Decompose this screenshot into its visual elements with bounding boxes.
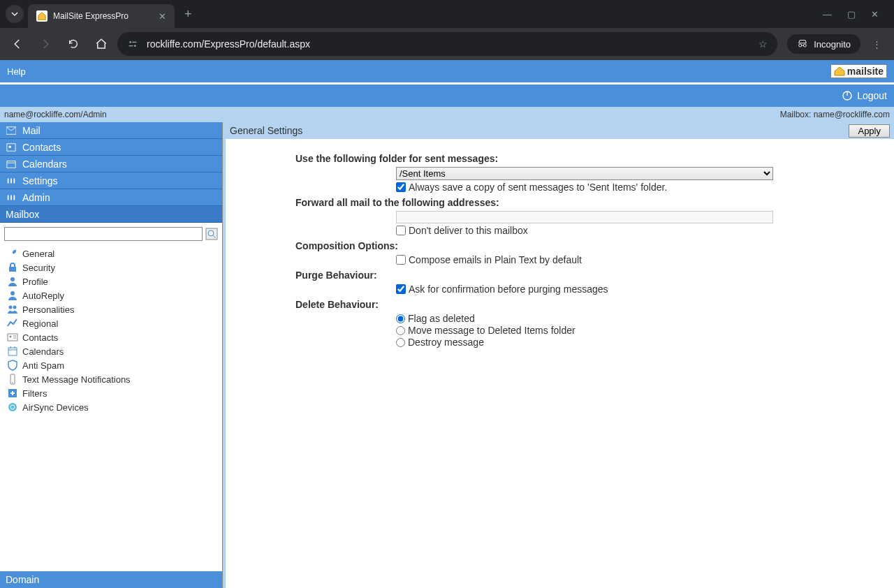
compose-plain-label: Compose emails in Plain Text by default bbox=[409, 254, 582, 265]
people-icon bbox=[7, 304, 18, 315]
nav-domain-section[interactable]: Domain bbox=[0, 571, 222, 588]
reload-button[interactable] bbox=[61, 32, 85, 56]
flag-deleted-radio[interactable] bbox=[396, 314, 405, 323]
settings-tree: GeneralSecurityProfileAutoReplyPersonali… bbox=[0, 245, 222, 571]
close-window-icon[interactable]: ✕ bbox=[871, 9, 879, 20]
tree-item-anti-spam[interactable]: Anti Spam bbox=[0, 358, 222, 372]
site-settings-icon[interactable] bbox=[127, 38, 138, 50]
url-bar: rockliffe.com/ExpressPro/default.aspx ☆ … bbox=[0, 28, 894, 60]
svg-rect-16 bbox=[14, 195, 15, 200]
maximize-icon[interactable]: ▢ bbox=[847, 9, 856, 20]
tree-item-label: AirSync Devices bbox=[22, 402, 89, 413]
svg-point-8 bbox=[9, 145, 12, 148]
content: General Settings Apply Use the following… bbox=[223, 122, 894, 588]
nav-calendars[interactable]: Calendars bbox=[0, 156, 222, 172]
tree-item-general[interactable]: General bbox=[0, 247, 222, 260]
sidebar: Mail Contacts Calendars Settings Admin M… bbox=[0, 122, 223, 588]
svg-rect-3 bbox=[129, 45, 133, 46]
tab-search-dropdown[interactable] bbox=[6, 5, 24, 23]
nav-mail[interactable]: Mail bbox=[0, 122, 222, 139]
calendar-icon bbox=[6, 159, 17, 169]
svg-rect-1 bbox=[132, 42, 136, 43]
tree-item-security[interactable]: Security bbox=[0, 260, 222, 274]
tab-title: MailSite ExpressPro bbox=[53, 11, 152, 21]
logo-badge[interactable]: mailsite bbox=[830, 64, 887, 78]
svg-point-26 bbox=[10, 336, 12, 338]
nav-admin[interactable]: Admin bbox=[0, 189, 222, 206]
tree-item-text-message-notifications[interactable]: Text Message Notifications bbox=[0, 372, 222, 386]
forward-button[interactable] bbox=[34, 32, 57, 56]
svg-rect-14 bbox=[8, 195, 9, 200]
compose-plain-checkbox[interactable] bbox=[396, 255, 406, 265]
tree-item-filters[interactable]: Filters bbox=[0, 386, 222, 400]
back-button[interactable] bbox=[6, 32, 29, 56]
logout-button[interactable]: Logout bbox=[842, 90, 887, 101]
forward-label: Forward all mail to the following addres… bbox=[295, 197, 880, 208]
breadcrumb-right: Mailbox: name@rockliffe.com bbox=[780, 110, 890, 119]
svg-rect-20 bbox=[9, 267, 16, 272]
tree-item-label: Contacts bbox=[22, 332, 58, 343]
app: Help mailsite Logout name@rockliffe.com/… bbox=[0, 60, 894, 588]
tree-item-label: Text Message Notifications bbox=[22, 374, 131, 385]
always-save-checkbox[interactable] bbox=[396, 182, 406, 192]
nav-mailbox-section[interactable]: Mailbox bbox=[0, 206, 222, 223]
sent-folder-label: Use the following folder for sent messag… bbox=[295, 153, 880, 164]
browser-tab[interactable]: MailSite ExpressPro ✕ bbox=[28, 4, 175, 28]
admin-icon bbox=[6, 193, 17, 203]
home-button[interactable] bbox=[89, 32, 113, 56]
minimize-icon[interactable]: — bbox=[823, 9, 832, 20]
person-icon bbox=[7, 276, 18, 287]
search-go-icon[interactable] bbox=[205, 228, 218, 240]
content-header: General Settings Apply bbox=[226, 122, 894, 139]
contacts-icon bbox=[6, 142, 17, 152]
browser-menu-button[interactable]: ⋮ bbox=[865, 39, 888, 50]
calendar-icon bbox=[7, 346, 18, 357]
svg-point-23 bbox=[9, 306, 13, 309]
bookmark-star-icon[interactable]: ☆ bbox=[759, 38, 768, 50]
tree-item-autoreply[interactable]: AutoReply bbox=[0, 288, 222, 302]
mail-icon bbox=[6, 126, 17, 135]
composition-label: Composition Options: bbox=[295, 240, 880, 251]
content-title: General Settings bbox=[230, 125, 302, 136]
nav-contacts[interactable]: Contacts bbox=[0, 139, 222, 156]
incognito-chip[interactable]: Incognito bbox=[787, 34, 860, 54]
dont-deliver-checkbox[interactable] bbox=[396, 226, 406, 235]
svg-point-2 bbox=[134, 45, 136, 47]
tree-item-calendars[interactable]: Calendars bbox=[0, 344, 222, 358]
breadcrumb-bar: name@rockliffe.com/Admin Mailbox: name@r… bbox=[0, 107, 894, 122]
destroy-radio[interactable] bbox=[396, 338, 405, 347]
svg-point-24 bbox=[13, 306, 17, 309]
forward-input[interactable] bbox=[396, 211, 773, 223]
move-deleted-label: Move message to Deleted Items folder bbox=[408, 325, 576, 336]
tree-item-label: Personalities bbox=[22, 304, 74, 315]
ask-confirm-checkbox[interactable] bbox=[396, 284, 406, 294]
svg-point-38 bbox=[8, 403, 17, 411]
help-link[interactable]: Help bbox=[7, 66, 26, 77]
apply-button[interactable]: Apply bbox=[849, 124, 890, 138]
new-tab-button[interactable]: + bbox=[184, 7, 192, 22]
tree-item-personalities[interactable]: Personalities bbox=[0, 302, 222, 316]
svg-rect-7 bbox=[7, 143, 15, 151]
tab-favicon-icon bbox=[36, 10, 47, 22]
tree-item-label: Security bbox=[22, 263, 55, 273]
nav-settings-label: Settings bbox=[22, 175, 58, 186]
sent-folder-select[interactable]: /Sent Items bbox=[396, 167, 773, 180]
nav-settings[interactable]: Settings bbox=[0, 172, 222, 189]
nav-calendars-label: Calendars bbox=[22, 159, 67, 170]
sidebar-search-input[interactable] bbox=[4, 227, 203, 241]
svg-rect-29 bbox=[8, 348, 17, 355]
nav-contacts-label: Contacts bbox=[22, 142, 61, 153]
tree-item-profile[interactable]: Profile bbox=[0, 274, 222, 288]
tab-close-icon[interactable]: ✕ bbox=[159, 11, 166, 22]
tree-item-regional[interactable]: Regional bbox=[0, 316, 222, 330]
svg-rect-25 bbox=[8, 334, 17, 341]
window-controls: — ▢ ✕ bbox=[823, 9, 888, 20]
url-input[interactable]: rockliffe.com/ExpressPro/default.aspx ☆ bbox=[117, 32, 777, 56]
tree-item-label: General bbox=[22, 249, 54, 259]
tree-item-airsync-devices[interactable]: AirSync Devices bbox=[0, 400, 222, 414]
card-icon bbox=[7, 332, 18, 343]
move-deleted-radio[interactable] bbox=[396, 326, 405, 335]
svg-point-21 bbox=[10, 277, 15, 281]
tree-item-contacts[interactable]: Contacts bbox=[0, 330, 222, 344]
logo-text: mailsite bbox=[847, 66, 884, 77]
